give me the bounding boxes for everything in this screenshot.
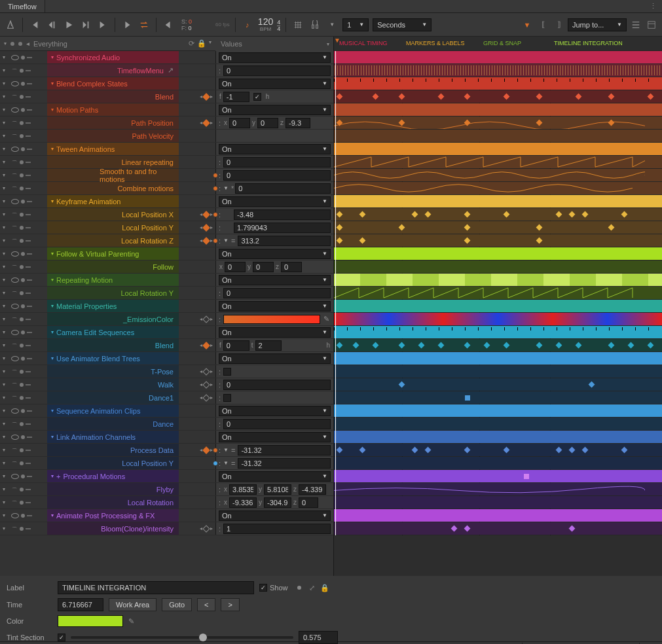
curve-icon[interactable]: ⌒ [11, 486, 18, 493]
chevron-down-icon[interactable]: ▾ [3, 486, 9, 493]
dash-icon[interactable] [27, 358, 32, 359]
keyframe-diamond-icon[interactable] [202, 368, 210, 375]
dot-icon[interactable] [21, 357, 25, 361]
dot-icon[interactable] [20, 488, 24, 492]
keyframe-diamond-icon[interactable] [202, 237, 210, 244]
eye-icon[interactable] [11, 513, 19, 518]
track-label[interactable]: Process Data [47, 444, 179, 456]
dash-icon[interactable] [26, 266, 31, 268]
dash-icon[interactable] [26, 293, 31, 294]
color-swatch[interactable] [58, 615, 123, 627]
eye-icon[interactable] [11, 107, 19, 113]
timeline-lane[interactable] [334, 522, 662, 535]
dash-icon[interactable] [27, 57, 32, 58]
dash-icon[interactable] [26, 214, 31, 215]
timeline-lane[interactable] [334, 77, 662, 90]
track-label[interactable]: Walk [47, 378, 179, 391]
play-icon[interactable] [62, 18, 75, 31]
timeline-lane[interactable] [334, 221, 662, 234]
loop-icon[interactable] [138, 18, 151, 31]
chevron-down-icon[interactable]: ▾ [51, 277, 54, 283]
value-input[interactable] [299, 497, 318, 508]
value-input[interactable] [234, 209, 331, 220]
keyframe-icon[interactable] [425, 211, 432, 218]
value-input[interactable] [264, 497, 291, 508]
keyframe-icon[interactable] [399, 382, 405, 388]
value-input[interactable] [225, 262, 246, 272]
track-label[interactable]: Dance [47, 418, 179, 430]
skip-end-icon[interactable] [96, 18, 109, 31]
track-label[interactable]: Linear repeating [47, 156, 179, 168]
keyframe-icon[interactable] [504, 211, 510, 218]
dot-icon[interactable] [20, 160, 24, 164]
curve-icon[interactable]: ⌒ [11, 526, 18, 532]
eyedropper-icon[interactable]: ✎ [322, 315, 331, 324]
timeline-lane[interactable] [334, 287, 662, 300]
keyframe-diamond-icon[interactable] [202, 446, 210, 454]
on-off-select[interactable]: On▼ [219, 249, 331, 259]
curve-icon[interactable]: ⌒ [11, 460, 18, 467]
timeline-lane[interactable] [334, 300, 662, 313]
value-input[interactable] [223, 419, 331, 429]
eye-icon[interactable] [11, 435, 19, 440]
curve-icon[interactable]: ⌒ [11, 290, 18, 296]
eye-icon[interactable] [11, 408, 19, 414]
keyframe-icon[interactable] [337, 238, 343, 244]
chevron-down-icon[interactable]: ▾ [3, 251, 9, 257]
chevron-down-icon[interactable]: ▼ [223, 460, 229, 466]
dash-icon[interactable] [26, 384, 31, 385]
timeline-lane[interactable] [334, 247, 662, 260]
value-input[interactable] [223, 380, 331, 390]
chevron-down-icon[interactable]: ▾ [3, 159, 9, 166]
track-label[interactable]: Combine motions [47, 182, 179, 194]
keyframe-icon[interactable] [582, 211, 589, 218]
curve-icon[interactable]: ⌒ [11, 368, 18, 375]
curve-icon[interactable]: ⌒ [11, 159, 18, 166]
next-button[interactable]: > [221, 598, 239, 611]
timeline-lane[interactable] [334, 143, 662, 156]
timeline-lane[interactable] [334, 195, 662, 208]
value-input[interactable] [238, 445, 331, 456]
dot-icon[interactable] [21, 409, 25, 413]
playhead[interactable] [335, 51, 336, 535]
chevron-down-icon[interactable]: ▾ [3, 277, 9, 283]
curve-icon[interactable]: ⌒ [11, 224, 18, 231]
next-key-icon[interactable]: ▸ [210, 526, 213, 531]
dot-icon[interactable] [21, 56, 25, 60]
music-note-icon[interactable]: ♪ [241, 18, 254, 31]
keyframe-diamond-icon[interactable] [202, 381, 210, 388]
dash-icon[interactable] [27, 83, 32, 84]
marker-labels[interactable]: MARKERS & LABELS [402, 38, 469, 48]
curve-icon[interactable]: ⌒ [11, 67, 18, 74]
chevron-down-icon[interactable]: ▾ [3, 54, 9, 61]
dash-icon[interactable] [26, 240, 31, 241]
timeline-lane[interactable] [334, 483, 662, 496]
keyframe-diamond-icon[interactable] [202, 342, 210, 349]
timeline-lane[interactable] [334, 116, 662, 130]
chevron-down-icon[interactable]: ▾ [3, 67, 9, 74]
dash-icon[interactable] [26, 96, 31, 98]
dash-icon[interactable] [26, 319, 31, 320]
chevron-down-icon[interactable]: ▾ [4, 41, 7, 46]
track-label[interactable]: Blend [47, 90, 179, 103]
timeline-lane[interactable] [334, 496, 662, 509]
show-checkbox[interactable]: Show [259, 584, 288, 592]
dot-icon[interactable] [20, 69, 24, 73]
keyframe-icon[interactable] [556, 342, 562, 349]
dot-icon[interactable] [21, 82, 25, 86]
dot-icon[interactable] [21, 514, 25, 518]
keyframe-icon[interactable] [556, 447, 562, 454]
keyframe-icon[interactable] [621, 211, 628, 218]
value-input[interactable] [229, 497, 257, 508]
dash-icon[interactable] [27, 201, 32, 202]
keyframe-icon[interactable] [536, 342, 543, 349]
track-label[interactable]: _EmissionColor [47, 313, 179, 325]
dot-icon[interactable] [21, 252, 25, 256]
value-input[interactable] [238, 236, 331, 246]
keyframe-icon[interactable] [418, 342, 425, 349]
chevron-down-icon[interactable]: ▾ [51, 303, 54, 309]
dot-icon[interactable] [20, 461, 24, 465]
on-off-select[interactable]: On▼ [219, 196, 331, 207]
dash-icon[interactable] [26, 371, 31, 372]
dot-icon[interactable] [20, 527, 24, 531]
